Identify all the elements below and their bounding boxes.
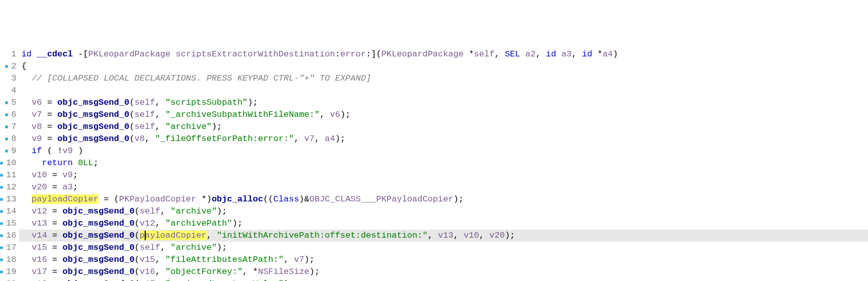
- token: , *: [242, 267, 258, 276]
- line-number[interactable]: 12: [0, 181, 16, 193]
- token: "archive": [165, 122, 212, 131]
- token: a4: [602, 49, 612, 59]
- token: "archivePath": [165, 219, 232, 228]
- line-number[interactable]: 9: [0, 145, 16, 157]
- token: v16: [32, 255, 47, 264]
- token: "scriptsSubpath": [165, 98, 247, 107]
- token: );: [217, 243, 227, 252]
- code-line[interactable]: v8 = objc_msgSend_0(self, "archive");: [19, 121, 868, 133]
- line-number[interactable]: 20: [0, 278, 16, 281]
- token: objc_msgSend_0: [63, 267, 135, 276]
- code-line[interactable]: return 0LL;: [19, 157, 868, 169]
- token: [21, 279, 31, 281]
- token: objc_msgSend_0: [63, 206, 135, 216]
- token: {: [21, 61, 26, 71]
- token: v20: [32, 182, 47, 192]
- line-number[interactable]: 18: [0, 254, 16, 266]
- code-line[interactable]: v18 = objc_msgSend_0(v17, "unsignedLongL…: [19, 278, 868, 281]
- token: ((: [263, 194, 273, 204]
- token: v8: [32, 122, 42, 131]
- token: =: [42, 122, 57, 131]
- code-line[interactable]: // [COLLAPSED LOCAL DECLARATIONS. PRESS …: [19, 73, 868, 85]
- token: (: [135, 267, 140, 276]
- token: ,: [427, 231, 438, 240]
- token: v18: [32, 279, 47, 281]
- line-number[interactable]: 5: [0, 97, 16, 109]
- line-number-text: 13: [6, 193, 16, 205]
- token: );: [247, 98, 258, 107]
- line-number-gutter[interactable]: 1234567891011121314151617181920212223: [0, 48, 19, 281]
- token: PKLeopardPackage scriptsExtractorWithDes…: [88, 49, 335, 59]
- token: v17: [32, 267, 47, 276]
- token: ,: [155, 219, 165, 228]
- code-line[interactable]: v15 = objc_msgSend_0(self, "archive");: [19, 242, 868, 254]
- token: v9: [63, 170, 73, 180]
- code-line[interactable]: v6 = objc_msgSend_0(self, "scriptsSubpat…: [19, 97, 868, 109]
- code-line[interactable]: v9 = objc_msgSend_0(v8, "_fileOffsetForP…: [19, 133, 868, 145]
- line-number-text: 20: [6, 278, 16, 281]
- token: v7: [304, 134, 315, 144]
- token: v13: [32, 219, 47, 228]
- token: =: [47, 182, 63, 192]
- token: objc_msgSend_0: [57, 98, 130, 107]
- line-number[interactable]: 6: [0, 109, 16, 121]
- line-number[interactable]: 17: [0, 242, 16, 254]
- line-number[interactable]: 11: [0, 169, 16, 181]
- line-number[interactable]: 16: [0, 230, 16, 242]
- code-line[interactable]: v12 = objc_msgSend_0(self, "archive");: [19, 205, 868, 218]
- token: (: [135, 279, 140, 281]
- line-number[interactable]: 2: [0, 60, 16, 73]
- token: ,: [572, 49, 582, 59]
- line-number-text: 17: [6, 242, 16, 254]
- code-line[interactable]: v20 = a3;: [19, 181, 868, 193]
- code-line[interactable]: v7 = objc_msgSend_0(self, "_archiveSubpa…: [19, 109, 868, 121]
- token: v6: [32, 98, 42, 107]
- code-line[interactable]: v14 = objc_msgSend_0(payloadCopier, "ini…: [19, 230, 868, 242]
- token: PKPayloadCopier: [119, 194, 196, 204]
- line-number[interactable]: 1: [0, 48, 16, 60]
- token: ;: [73, 170, 78, 180]
- token: ,: [207, 231, 217, 240]
- token: v15: [140, 255, 155, 264]
- token: [21, 231, 31, 240]
- line-number[interactable]: 13: [0, 193, 16, 205]
- code-line[interactable]: v10 = v9;: [19, 169, 868, 181]
- token: ,: [155, 279, 165, 281]
- code-line[interactable]: v16 = objc_msgSend_0(v15, "fileAttribute…: [19, 254, 868, 266]
- line-number[interactable]: 4: [0, 85, 16, 97]
- token: [21, 206, 31, 216]
- token: (: [130, 98, 135, 107]
- code-line[interactable]: {: [19, 60, 868, 73]
- code-line[interactable]: v17 = objc_msgSend_0(v16, "objectForKey:…: [19, 266, 868, 278]
- token: =: [42, 134, 57, 144]
- token: objc_msgSend_0: [63, 255, 135, 264]
- line-number[interactable]: 19: [0, 266, 16, 278]
- token: ,: [453, 231, 463, 240]
- token: payloadCopier: [32, 194, 99, 204]
- token: v12: [32, 206, 47, 216]
- token: a3: [562, 49, 572, 59]
- code-line[interactable]: v13 = objc_msgSend_0(v12, "archivePath")…: [19, 218, 868, 230]
- token: );: [453, 194, 463, 204]
- code-line[interactable]: if ( !v9 ): [19, 145, 868, 157]
- token: =: [47, 243, 63, 252]
- line-number[interactable]: 3: [0, 73, 16, 85]
- code-line[interactable]: payloadCopier = (PKPayloadCopier *)objc_…: [19, 193, 868, 205]
- token: SEL: [505, 49, 525, 59]
- line-number[interactable]: 8: [0, 133, 16, 145]
- line-number[interactable]: 7: [0, 121, 16, 133]
- token: self: [140, 243, 160, 252]
- line-number[interactable]: 15: [0, 218, 16, 230]
- line-number[interactable]: 10: [0, 157, 16, 169]
- line-number[interactable]: 14: [0, 205, 16, 218]
- token: :: [335, 49, 340, 59]
- token: v10: [32, 170, 47, 180]
- token: "initWithArchivePath:offset:destination:…: [217, 231, 427, 240]
- token: "_archiveSubpathWithFileName:": [165, 110, 320, 119]
- token: [21, 122, 31, 131]
- code-area[interactable]: id __cdecl -[PKLeopardPackage scriptsExt…: [19, 48, 868, 281]
- token: = (: [98, 194, 119, 204]
- code-line[interactable]: [19, 85, 868, 97]
- code-line[interactable]: id __cdecl -[PKLeopardPackage scriptsExt…: [19, 48, 868, 60]
- decompiler-view[interactable]: 1234567891011121314151617181920212223 id…: [0, 48, 868, 281]
